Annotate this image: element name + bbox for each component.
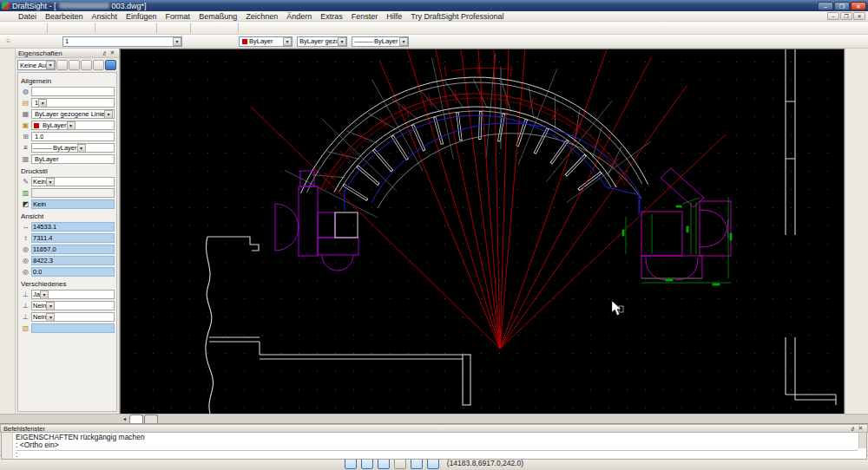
command-history[interactable]: EIGENSCHAFTEN rückgängig machen : <Ortho… [1, 433, 867, 460]
arc-3point-icon[interactable] [1, 115, 14, 127]
pan-icon[interactable] [194, 23, 207, 34]
edit-length-icon[interactable] [851, 245, 864, 258]
save-icon[interactable] [30, 23, 44, 34]
menu-item[interactable]: Fenster [347, 11, 383, 22]
hatch-icon[interactable] [1, 193, 14, 206]
paste-icon[interactable] [126, 23, 140, 34]
menu-item[interactable]: Ändern [282, 11, 316, 22]
command-input[interactable]: : [16, 450, 858, 459]
layer-show-icon[interactable] [15, 36, 26, 47]
menu-item[interactable]: Hilfe [382, 11, 406, 22]
close-icon[interactable]: ✕ [857, 425, 865, 432]
select-add-button[interactable] [69, 60, 80, 70]
close-button[interactable]: ✕ [851, 2, 866, 10]
visual-style-row[interactable]: ▧ [20, 323, 115, 333]
spline-icon[interactable] [1, 180, 14, 193]
print-icon[interactable] [50, 23, 64, 34]
mirror-icon[interactable] [851, 76, 864, 88]
undo-icon[interactable] [160, 23, 174, 34]
doc-restore-button[interactable]: ❐ [840, 12, 852, 20]
layer-lock-icon[interactable] [37, 36, 49, 47]
arc-tangent-icon[interactable] [1, 141, 14, 153]
toolbar-button[interactable] [235, 23, 241, 34]
stretch-icon[interactable] [851, 154, 864, 166]
block-insert-icon[interactable] [1, 219, 14, 232]
pin-icon[interactable]: ∂ [849, 426, 857, 432]
layer-manager-icon[interactable]: ≡ [3, 36, 14, 47]
circle-icon[interactable] [1, 89, 14, 101]
scale-icon[interactable] [851, 141, 864, 153]
linestyle-row[interactable]: ▦ ByLayer gezogene Linie [20, 109, 115, 119]
drawing-canvas[interactable] [120, 49, 845, 414]
redo-icon[interactable] [174, 23, 187, 34]
print-color-row[interactable]: ▥ [20, 188, 115, 198]
tab-modell[interactable] [129, 415, 143, 423]
menu-item[interactable]: Bemaßung [194, 11, 241, 22]
cut-icon[interactable] [98, 23, 112, 34]
zoom-out-icon[interactable] [221, 23, 235, 34]
ucs-viewport-row[interactable]: ⊥ Nein [20, 312, 115, 322]
hyperlink-row[interactable]: ◍ [20, 87, 115, 96]
menu-item[interactable]: Ansicht [88, 11, 122, 22]
line-style-select[interactable]: ByLayer gezogene L [297, 36, 347, 47]
doc-close-button[interactable]: ✕ [853, 12, 865, 20]
ucs-origin-row[interactable]: ⊥ Nein [20, 301, 115, 310]
open-icon[interactable] [16, 23, 30, 34]
table-icon[interactable] [1, 258, 14, 271]
maximize-button[interactable]: ❐ [834, 2, 850, 10]
print-table-row[interactable]: ◩ Kein [20, 199, 115, 209]
note-icon[interactable] [1, 232, 14, 245]
line-color-select[interactable]: ByLayer [239, 36, 293, 47]
ellipse-icon[interactable] [1, 154, 14, 166]
ucs-symbol-row[interactable]: ⊥ Ja [20, 290, 115, 299]
fillet-icon[interactable] [851, 193, 864, 206]
rectangle-icon[interactable] [1, 102, 14, 114]
rotate-icon[interactable] [851, 115, 864, 127]
menu-item[interactable]: Format [161, 11, 195, 22]
extend-icon[interactable] [851, 180, 864, 193]
toolbar-button[interactable] [154, 23, 160, 34]
tab-scroll-icon[interactable]: ◂ [123, 415, 126, 423]
region-icon[interactable] [1, 206, 14, 219]
close-icon[interactable]: ✕ [108, 49, 116, 56]
array-icon[interactable] [851, 128, 864, 140]
explode-icon[interactable] [851, 258, 864, 271]
weld-icon[interactable] [851, 232, 864, 245]
display-settings-button[interactable] [56, 60, 68, 70]
polyline-icon[interactable] [1, 76, 14, 88]
copy-entity-icon[interactable] [851, 63, 864, 75]
zoom-in-icon[interactable] [207, 23, 221, 34]
split-icon[interactable] [851, 219, 864, 232]
print-preview-icon[interactable] [64, 23, 78, 34]
tab-layout1[interactable] [144, 415, 158, 423]
menu-item[interactable]: Bearbeiten [41, 11, 88, 22]
selection-box-icon[interactable] [1, 284, 14, 297]
move-icon[interactable] [851, 102, 864, 114]
arc-center-icon[interactable] [1, 128, 14, 140]
selection-filter-select[interactable]: Keine Ausw [17, 60, 56, 70]
lineweight-row[interactable]: ≡ ———ByLayer [20, 143, 115, 153]
format-painter-icon[interactable] [140, 23, 154, 34]
help-button[interactable] [105, 60, 116, 70]
menu-item[interactable]: Extras [316, 11, 347, 22]
toolbar-button[interactable] [44, 23, 50, 34]
edit-annotation-icon[interactable] [1, 271, 14, 284]
properties-paint-icon[interactable] [851, 271, 864, 284]
print-style-row[interactable]: ✎ Kein [20, 177, 115, 186]
line-icon[interactable] [1, 50, 14, 62]
command-scrollbar[interactable] [858, 433, 866, 448]
pin-icon[interactable]: ∂ [101, 50, 108, 56]
erase-icon[interactable] [851, 50, 864, 62]
simple-note-icon[interactable] [1, 245, 14, 258]
layer-color-icon[interactable] [49, 36, 60, 47]
ellipse-arc-icon[interactable] [1, 167, 14, 180]
copy-icon[interactable] [112, 23, 126, 34]
trim-icon[interactable] [851, 167, 864, 180]
select-remove-button[interactable] [81, 60, 92, 70]
doc-minimize-button[interactable]: – [827, 12, 839, 20]
linecolor-row[interactable]: ▣ ByLayer [20, 121, 115, 130]
menu-item[interactable]: Datei [14, 11, 41, 22]
linescale-row[interactable]: ⊞ 1.0 [20, 132, 115, 141]
line-weight-select[interactable]: ——— ByLayer [352, 36, 409, 47]
layer-frozen-icon[interactable] [26, 36, 37, 47]
